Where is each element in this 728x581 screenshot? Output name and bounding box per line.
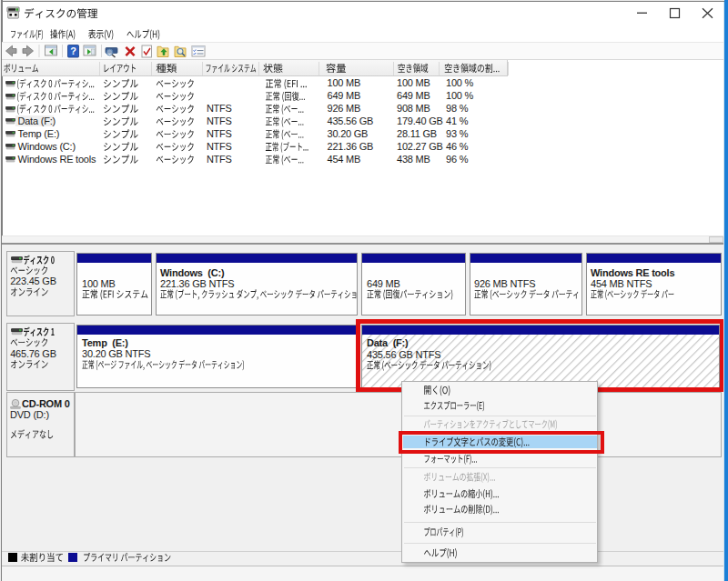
- svg-text:?: ?: [70, 45, 76, 56]
